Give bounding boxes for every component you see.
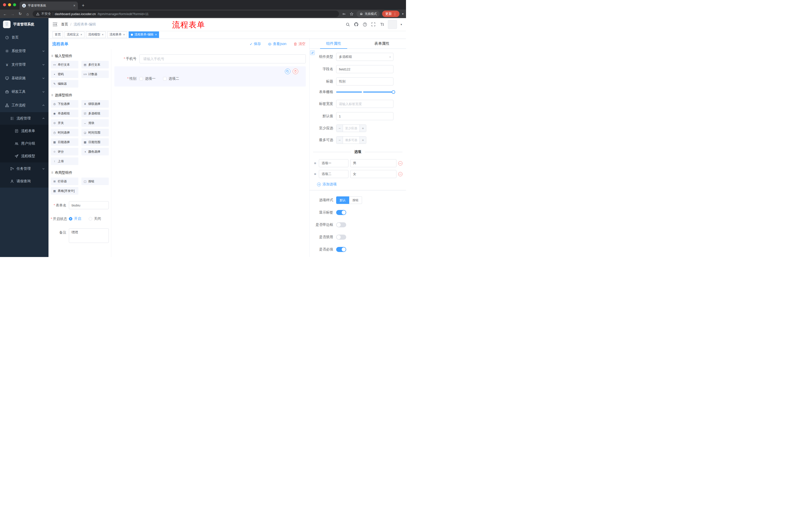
style-default-button[interactable]: 默认 bbox=[336, 196, 349, 204]
palette-item-radio-group[interactable]: ◉单选框组 bbox=[51, 110, 78, 117]
option-value-input[interactable] bbox=[350, 159, 397, 167]
view-json-button[interactable]: 查看json bbox=[268, 42, 286, 46]
fullscreen-icon[interactable] bbox=[371, 22, 376, 27]
gender-option-1-checkbox[interactable]: 选项一 bbox=[140, 77, 155, 81]
sidebar-item-process-management[interactable]: 流程管理 bbox=[0, 112, 49, 125]
palette-item-time-range[interactable]: ◶时间范围 bbox=[81, 129, 109, 136]
status-on-radio[interactable]: 开启 bbox=[69, 217, 81, 221]
sidebar-item-workflow[interactable]: 工作流程 bbox=[0, 99, 49, 112]
github-icon[interactable] bbox=[354, 22, 359, 27]
delete-component-button[interactable] bbox=[293, 69, 298, 74]
palette-item-date-range[interactable]: ▩日期范围 bbox=[81, 138, 109, 146]
palette-item-single-line-text[interactable]: ▭单行文本 bbox=[51, 61, 78, 69]
user-avatar[interactable] bbox=[388, 20, 397, 29]
tag-close-icon[interactable] bbox=[102, 33, 104, 36]
max-checked-input[interactable] bbox=[343, 137, 359, 143]
forward-icon[interactable]: → bbox=[10, 12, 15, 16]
close-window-button[interactable] bbox=[3, 3, 6, 6]
update-browser-button[interactable]: 更新 ⋮ bbox=[382, 10, 400, 17]
tag-home[interactable]: 首页 bbox=[53, 31, 63, 38]
hamburger-menu-icon[interactable] bbox=[53, 22, 58, 26]
tag-close-icon[interactable] bbox=[123, 33, 125, 36]
tag-process-model[interactable]: 流程模型 bbox=[86, 31, 106, 38]
increase-button[interactable] bbox=[359, 125, 366, 132]
sidebar-item-user-group[interactable]: 用户分组 bbox=[0, 137, 49, 150]
component-type-select[interactable]: 多选框组 ▾ bbox=[336, 53, 394, 61]
palette-item-time-picker[interactable]: ◷时间选择 bbox=[51, 129, 78, 136]
canvas-field-gender-selected[interactable]: 性别 选项一 选项二 bbox=[114, 66, 306, 86]
palette-item-switch[interactable]: ⊙开关 bbox=[51, 119, 78, 127]
sidebar-item-process-model[interactable]: 流程模型 bbox=[0, 150, 49, 162]
default-value-input[interactable] bbox=[336, 112, 394, 120]
palette-item-upload[interactable]: ↑上传 bbox=[51, 157, 78, 165]
sidebar-item-system[interactable]: 系统管理 bbox=[0, 44, 49, 58]
option-label-input[interactable] bbox=[319, 159, 348, 167]
add-option-button[interactable]: 添加选项 bbox=[310, 182, 406, 187]
palette-item-editor[interactable]: ✎编辑器 bbox=[51, 80, 78, 87]
decrease-button[interactable] bbox=[337, 137, 343, 143]
palette-item-rate[interactable]: ☆评分 bbox=[51, 148, 78, 155]
option-value-input[interactable] bbox=[350, 170, 397, 178]
sidebar-item-infrastructure[interactable]: 基础设施 bbox=[0, 72, 49, 85]
palette-item-table[interactable]: ▦表格[开发中] bbox=[51, 187, 78, 195]
bookmark-star-icon[interactable] bbox=[349, 11, 354, 16]
decrease-button[interactable] bbox=[337, 125, 343, 132]
browser-tab[interactable]: 芋道管理系统 bbox=[20, 1, 78, 9]
palette-item-cascader[interactable]: ⋔级联选择 bbox=[81, 100, 109, 108]
browser-menu-icon[interactable]: ⋮ bbox=[393, 12, 397, 16]
sidebar-item-task-management[interactable]: 任务管理 bbox=[0, 162, 49, 175]
remove-option-button[interactable] bbox=[398, 161, 403, 165]
sidebar-item-devtools[interactable]: 研发工具 bbox=[0, 85, 49, 99]
disabled-switch[interactable] bbox=[336, 235, 346, 240]
sidebar-item-home[interactable]: 首页 bbox=[0, 31, 49, 44]
new-tab-button[interactable] bbox=[80, 2, 86, 9]
remove-option-button[interactable] bbox=[398, 172, 403, 176]
drag-handle-icon[interactable]: ≡ bbox=[313, 161, 317, 165]
palette-item-slider[interactable]: ↔滑块 bbox=[81, 119, 109, 127]
tag-close-icon[interactable] bbox=[155, 33, 157, 36]
canvas-field-phone[interactable]: 手机号 bbox=[114, 54, 306, 63]
tag-process-definition[interactable]: 流程定义 bbox=[64, 31, 84, 38]
zoom-window-button[interactable] bbox=[13, 3, 16, 6]
reload-icon[interactable]: ↻ bbox=[18, 11, 23, 16]
link-badge[interactable] bbox=[310, 50, 315, 55]
password-key-icon[interactable] bbox=[342, 11, 346, 16]
clear-button[interactable]: 清空 bbox=[293, 42, 306, 46]
tab-component-props[interactable]: 组件属性 bbox=[310, 39, 358, 49]
help-icon[interactable] bbox=[362, 22, 367, 27]
form-name-input[interactable] bbox=[69, 201, 109, 209]
tab-close-icon[interactable] bbox=[74, 4, 76, 7]
back-icon[interactable]: ← bbox=[2, 12, 7, 16]
option-label-input[interactable] bbox=[319, 170, 348, 178]
grid-slider[interactable] bbox=[336, 91, 394, 92]
palette-item-textarea[interactable]: ▤多行文本 bbox=[81, 61, 109, 69]
tag-process-form[interactable]: 流程表单 bbox=[107, 31, 127, 38]
breadcrumb-home[interactable]: 首页 bbox=[61, 22, 68, 27]
drag-handle-icon[interactable]: ≡ bbox=[313, 172, 317, 176]
slider-handle[interactable] bbox=[392, 90, 395, 94]
gender-option-2-checkbox[interactable]: 选项二 bbox=[163, 77, 179, 81]
palette-item-counter[interactable]: 123计数器 bbox=[81, 71, 109, 78]
home-icon[interactable]: ⌂ bbox=[25, 12, 30, 16]
style-button-button[interactable]: 按钮 bbox=[349, 196, 362, 204]
form-canvas[interactable]: 手机号 bbox=[111, 49, 309, 257]
palette-item-date-picker[interactable]: ▦日期选择 bbox=[51, 138, 78, 146]
sidebar-item-payment[interactable]: ¥ 支付管理 bbox=[0, 58, 49, 72]
increase-button[interactable] bbox=[359, 137, 366, 143]
minimize-window-button[interactable] bbox=[8, 3, 11, 6]
show-label-switch[interactable] bbox=[336, 210, 346, 215]
tab-form-props[interactable]: 表单属性 bbox=[358, 39, 406, 49]
required-switch[interactable] bbox=[336, 247, 346, 252]
palette-item-row-container[interactable]: ⊞行容器 bbox=[51, 178, 78, 185]
avatar-caret-icon[interactable]: ▾ bbox=[401, 23, 402, 26]
copy-component-button[interactable] bbox=[285, 69, 290, 74]
status-off-radio[interactable]: 关闭 bbox=[89, 217, 101, 221]
field-name-input[interactable] bbox=[336, 65, 394, 73]
address-bar[interactable]: 不安全 dashboard.yudao.iocoder.cn /bpm/mana… bbox=[33, 10, 339, 17]
palette-item-password[interactable]: ▪密码 bbox=[51, 71, 78, 78]
save-button[interactable]: ✓ 保存 bbox=[250, 42, 261, 46]
tag-close-icon[interactable] bbox=[80, 33, 82, 36]
palette-item-select[interactable]: ◎下拉选择 bbox=[51, 100, 78, 108]
palette-item-color-picker[interactable]: ◑颜色选择 bbox=[81, 148, 109, 155]
search-icon[interactable] bbox=[345, 22, 350, 27]
